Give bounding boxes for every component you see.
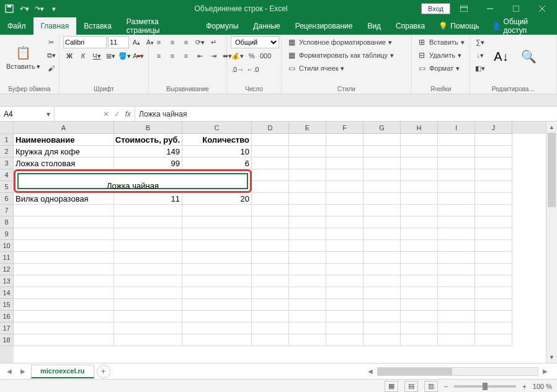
cell[interactable]	[401, 334, 438, 346]
cell[interactable]	[114, 252, 182, 264]
cell[interactable]	[438, 311, 475, 323]
cell[interactable]	[182, 240, 252, 252]
cell[interactable]	[475, 275, 512, 287]
format-as-table-button[interactable]: ▦Форматировать как таблицу▾	[285, 49, 408, 61]
cell[interactable]	[182, 216, 252, 228]
cell[interactable]	[475, 181, 512, 193]
font-size-input[interactable]	[108, 36, 129, 48]
cell[interactable]	[401, 299, 438, 311]
cell[interactable]: Кружка для кофе	[14, 146, 114, 158]
cell[interactable]	[475, 323, 512, 334]
accounting-format-button[interactable]: 💰▾	[231, 50, 244, 62]
row-header[interactable]: 6	[0, 193, 14, 205]
undo-icon[interactable]: ↶▾	[17, 2, 31, 16]
format-painter-button[interactable]: 🖌	[45, 62, 58, 74]
cell[interactable]	[289, 334, 326, 346]
align-right-button[interactable]: ≡	[180, 50, 192, 62]
paste-button[interactable]: 📋 Вставить▾	[4, 36, 43, 77]
cell[interactable]	[475, 287, 512, 299]
cell[interactable]	[363, 311, 401, 323]
font-name-input[interactable]	[63, 36, 107, 48]
increase-indent-button[interactable]: ⇥	[207, 50, 220, 62]
cell[interactable]	[14, 323, 114, 334]
cell[interactable]	[252, 193, 289, 205]
cell[interactable]	[289, 323, 326, 334]
cell[interactable]	[363, 205, 401, 216]
cell[interactable]	[252, 181, 289, 193]
col-header[interactable]: E	[289, 122, 326, 134]
cell[interactable]	[252, 252, 289, 264]
cell[interactable]	[363, 334, 401, 346]
cell[interactable]	[182, 205, 252, 216]
ribbon-display-icon[interactable]	[452, 0, 476, 17]
cell[interactable]	[401, 240, 438, 252]
align-middle-button[interactable]: ≡	[166, 36, 179, 48]
scrollbar-thumb[interactable]	[548, 133, 556, 207]
cell[interactable]	[326, 134, 363, 146]
format-cells-button[interactable]: ▭Формат▾	[416, 62, 466, 74]
cell[interactable]	[289, 311, 326, 323]
cell[interactable]	[114, 287, 182, 299]
row-header[interactable]: 8	[0, 216, 14, 228]
increase-font-button[interactable]: A▴	[130, 36, 143, 48]
cell[interactable]	[401, 228, 438, 240]
cell[interactable]	[363, 299, 401, 311]
cell[interactable]	[114, 323, 182, 334]
cell[interactable]	[289, 275, 326, 287]
cell[interactable]: Вилка одноразовая	[14, 193, 114, 205]
row-header[interactable]: 16	[0, 311, 14, 323]
cell[interactable]	[401, 181, 438, 193]
cell[interactable]	[438, 158, 475, 169]
col-header[interactable]: F	[326, 122, 363, 134]
row-header[interactable]: 9	[0, 228, 14, 240]
cell[interactable]	[14, 334, 114, 346]
cell[interactable]	[14, 287, 114, 299]
cell[interactable]	[252, 299, 289, 311]
cell[interactable]	[289, 228, 326, 240]
col-header[interactable]: A	[14, 122, 114, 134]
find-select-button[interactable]: 🔍	[516, 36, 541, 77]
scroll-down-icon[interactable]: ▼	[546, 352, 557, 363]
cell[interactable]	[326, 323, 363, 334]
cell[interactable]	[401, 169, 438, 181]
cell[interactable]	[252, 287, 289, 299]
cell[interactable]	[475, 158, 512, 169]
row-header[interactable]: 14	[0, 287, 14, 299]
autosum-button[interactable]: ∑▾	[474, 36, 486, 48]
cell[interactable]	[252, 169, 289, 181]
minimize-icon[interactable]	[478, 0, 502, 17]
cell[interactable]	[363, 216, 401, 228]
border-button[interactable]: ⊞▾	[104, 50, 117, 62]
vertical-scrollbar[interactable]: ▲ ▼	[546, 122, 557, 363]
cell[interactable]	[289, 158, 326, 169]
cell[interactable]	[289, 264, 326, 275]
cell[interactable]	[14, 228, 114, 240]
cell[interactable]	[14, 205, 114, 216]
clear-button[interactable]: ◧▾	[474, 62, 486, 74]
cell[interactable]	[182, 323, 252, 334]
cell[interactable]	[475, 193, 512, 205]
cell[interactable]	[475, 134, 512, 146]
cell[interactable]	[289, 193, 326, 205]
cell[interactable]	[289, 216, 326, 228]
cell[interactable]	[401, 323, 438, 334]
cell-styles-button[interactable]: ▭Стили ячеек▾	[285, 62, 408, 74]
cell[interactable]	[326, 264, 363, 275]
col-header[interactable]: G	[363, 122, 401, 134]
cell[interactable]	[438, 299, 475, 311]
cell[interactable]	[401, 252, 438, 264]
cell[interactable]	[363, 134, 401, 146]
cell[interactable]	[438, 323, 475, 334]
cell[interactable]	[252, 240, 289, 252]
cell[interactable]	[114, 311, 182, 323]
cell[interactable]	[401, 158, 438, 169]
cell[interactable]	[475, 311, 512, 323]
tab-review[interactable]: Рецензирование	[288, 17, 360, 35]
cell[interactable]	[438, 334, 475, 346]
cell[interactable]	[475, 240, 512, 252]
cell[interactable]	[475, 334, 512, 346]
cell[interactable]	[289, 134, 326, 146]
cell[interactable]	[289, 299, 326, 311]
cell[interactable]: 99	[114, 158, 182, 169]
cell[interactable]	[438, 193, 475, 205]
